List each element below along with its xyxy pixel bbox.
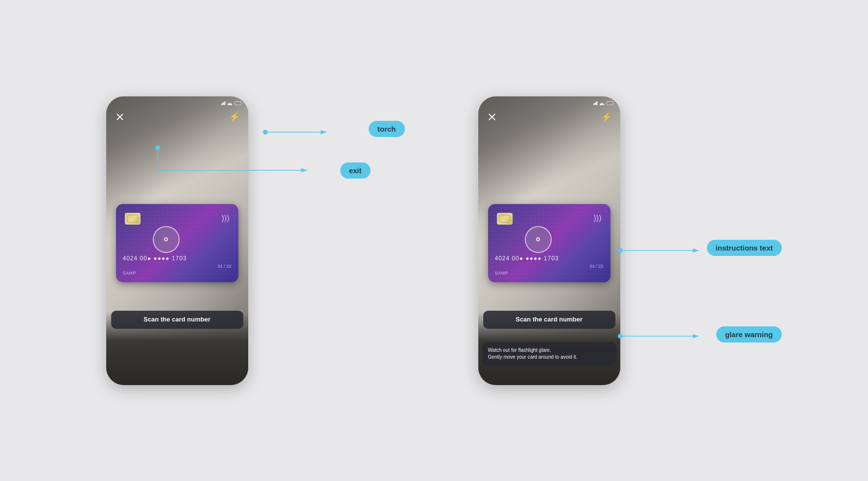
glare-line1: Watch out for flashlight glare.	[488, 347, 551, 353]
phone-wrapper-2: ⚡ ))) 4024 00● ●●●● 1703 01 / 22 SAMP	[478, 96, 620, 385]
glare-line2: Gently move your card around to avoid it…	[488, 354, 578, 360]
card-nfc-1: )))	[222, 214, 230, 223]
card-nfc-2: )))	[594, 214, 602, 223]
battery-icon	[235, 101, 241, 105]
status-bar-2	[478, 101, 620, 105]
diagram-1: ⚡ ))) 4024 00● ●●●● 1703 01 / 22 SAMP	[82, 74, 415, 407]
phone-screen-1: ⚡ ))) 4024 00● ●●●● 1703 01 / 22 SAMP	[106, 96, 248, 385]
battery-icon-2	[607, 101, 613, 105]
torch-label: torch	[369, 121, 405, 137]
scan-dot-1	[164, 237, 168, 241]
phone-screen-2: ⚡ ))) 4024 00● ●●●● 1703 01 / 22 SAMP	[478, 96, 620, 385]
glare-text: Watch out for flashlight glare. Gently m…	[488, 347, 610, 361]
torch-button-2[interactable]: ⚡	[600, 110, 613, 124]
card-chip-2	[497, 213, 513, 225]
glare-warning-label: glare warning	[716, 326, 782, 343]
glare-tooltip: Watch out for flashlight glare. Gently m…	[482, 342, 616, 366]
card-expiry-1: 01 / 22	[218, 264, 232, 269]
wifi-icon	[228, 101, 233, 105]
signal-icon-2	[593, 101, 598, 105]
card-expiry-2: 01 / 22	[590, 264, 604, 269]
close-button-2[interactable]	[485, 110, 499, 124]
close-button-1[interactable]	[113, 110, 127, 124]
flash-icon-2: ⚡	[601, 112, 612, 122]
flash-icon-1: ⚡	[229, 112, 240, 122]
card-chip-1	[125, 213, 141, 225]
card-number-1: 4024 00● ●●●● 1703	[123, 255, 232, 262]
card-name-1: SAMP	[123, 271, 137, 275]
exit-label: exit	[340, 162, 371, 179]
instructions-text-label: instructions text	[707, 240, 782, 256]
diagram-2: ⚡ ))) 4024 00● ●●●● 1703 01 / 22 SAMP	[454, 74, 787, 407]
card-name-2: SAMP	[495, 271, 509, 275]
phone-1: ⚡ ))) 4024 00● ●●●● 1703 01 / 22 SAMP	[106, 96, 248, 385]
phone-2: ⚡ ))) 4024 00● ●●●● 1703 01 / 22 SAMP	[478, 96, 620, 385]
scan-dot-2	[536, 237, 540, 241]
signal-icon	[221, 101, 226, 105]
card-number-2: 4024 00● ●●●● 1703	[495, 255, 604, 262]
torch-button-1[interactable]: ⚡	[228, 110, 241, 124]
instructions-text-2: Scan the card number	[489, 316, 610, 324]
wifi-icon-2	[600, 101, 605, 105]
phone-wrapper-1: ⚡ ))) 4024 00● ●●●● 1703 01 / 22 SAMP	[106, 96, 248, 385]
scan-circle-2	[525, 226, 552, 253]
instructions-tooltip-1: Scan the card number	[111, 311, 243, 329]
status-bar-1	[106, 101, 248, 105]
instructions-tooltip-2: Scan the card number	[483, 311, 615, 329]
instructions-text-1: Scan the card number	[117, 316, 237, 324]
scan-circle-1	[153, 226, 180, 253]
diagram-container: ⚡ ))) 4024 00● ●●●● 1703 01 / 22 SAMP	[82, 74, 787, 407]
svg-point-2	[263, 130, 268, 135]
